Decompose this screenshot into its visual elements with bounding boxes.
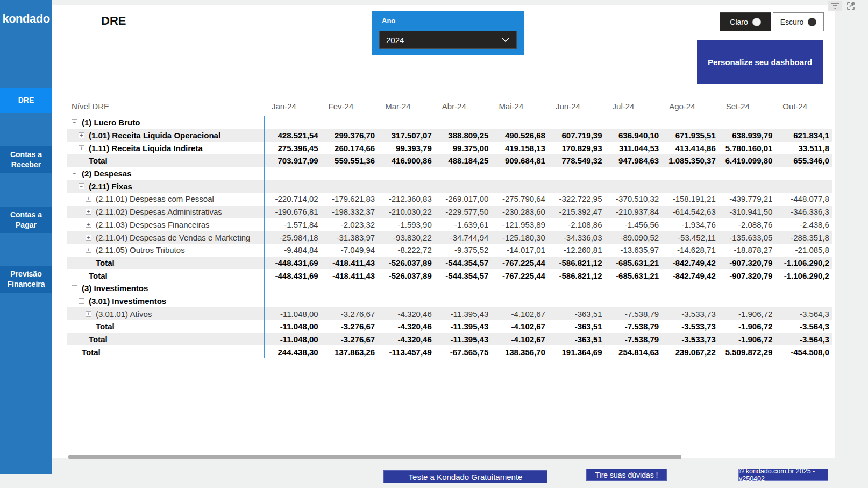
- trial-button[interactable]: Teste a Kondado Gratuitamente: [383, 470, 547, 483]
- slicer-label: Ano: [382, 17, 395, 25]
- cell-value: -3.533,73: [661, 335, 718, 344]
- column-header[interactable]: Jul-24: [605, 102, 662, 111]
- row-label: Total: [89, 156, 108, 165]
- cell-value: -2.088,76: [718, 220, 775, 229]
- expand-icon[interactable]: +: [79, 145, 84, 151]
- column-header[interactable]: Abr-24: [435, 102, 492, 111]
- cell-value: -4.102,67: [491, 322, 548, 331]
- column-header[interactable]: Jun-24: [548, 102, 605, 111]
- cell-value: -135.633,05: [718, 233, 775, 242]
- cell-value: -685.631,21: [605, 271, 662, 280]
- sidebar-item-previsao-financeira[interactable]: Previsão Financeira: [0, 266, 52, 293]
- cell-value: -1.906,72: [718, 335, 775, 344]
- table-row[interactable]: +(2.11.02) Despesas Administrativas-190.…: [67, 206, 832, 218]
- table-row[interactable]: +(2.11.03) Despesas Financeiras-1.571,84…: [67, 218, 832, 231]
- sidebar-item-contas-a-pagar[interactable]: Contas a Pagar: [0, 207, 52, 233]
- row-label: (1.01) Receita Liquida Operacional: [89, 131, 220, 140]
- cell-value: -14.017,01: [491, 245, 548, 254]
- cell-value: -288.351,8: [775, 233, 832, 242]
- cell-value: 33.511,8: [775, 144, 832, 153]
- cell-value: 6.419.099,80: [718, 156, 775, 165]
- table-row[interactable]: +(3.01.01) Ativos-11.048,00-3.276,67-4.3…: [67, 307, 832, 320]
- filter-icon[interactable]: [828, 1, 842, 11]
- focus-mode-icon[interactable]: [845, 1, 857, 11]
- table-row[interactable]: +(1.11) Receita Liquida Indireta275.396,…: [67, 142, 832, 154]
- cell-value: 621.834,1: [775, 131, 832, 140]
- table-row[interactable]: +(2.11.05) Outros Tributos-9.484,84-7.04…: [67, 244, 832, 257]
- sidebar-item-contas-a-receber[interactable]: Contas a Receber: [0, 146, 52, 173]
- year-dropdown[interactable]: 2024: [379, 31, 517, 49]
- cell-value: -93.830,22: [378, 233, 435, 242]
- personalize-dashboard-button[interactable]: Personalize seu dashboard: [697, 40, 823, 84]
- cell-value: 5.509.872,29: [718, 348, 775, 357]
- cell-value: -34.744,94: [435, 233, 492, 242]
- expand-icon[interactable]: +: [79, 132, 84, 138]
- cell-value: -907.320,79: [718, 258, 775, 267]
- cell-value: -3.276,67: [321, 309, 378, 319]
- cell-value: -34.336,03: [548, 233, 605, 242]
- table-row[interactable]: Total-448.431,69-418.411,43-526.037,89-5…: [67, 269, 832, 282]
- row-label: (3) Investimentos: [82, 284, 148, 293]
- table-row[interactable]: Total-448.431,69-418.411,43-526.037,89-5…: [67, 257, 832, 270]
- table-row[interactable]: Total703.917,99559.551,36416.900,86488.1…: [67, 154, 832, 167]
- table-row[interactable]: −(2) Despesas: [67, 167, 832, 180]
- cell-value: -3.533,73: [661, 322, 718, 331]
- expand-icon[interactable]: +: [86, 247, 91, 253]
- cell-value: -190.676,81: [264, 207, 321, 216]
- horizontal-scrollbar[interactable]: [68, 455, 681, 459]
- collapse-icon[interactable]: −: [72, 285, 77, 291]
- cell-value: 388.809,25: [435, 131, 492, 140]
- help-label: Tire suas dúvidas !: [595, 471, 658, 479]
- cell-value: -310.941,50: [718, 207, 775, 216]
- cell-value: -363,51: [548, 335, 605, 344]
- expand-icon[interactable]: +: [86, 235, 91, 241]
- collapse-icon[interactable]: −: [79, 183, 84, 189]
- column-header[interactable]: Fev-24: [321, 102, 378, 111]
- table-row[interactable]: Total-11.048,00-3.276,67-4.320,46-11.395…: [67, 333, 832, 346]
- table-row[interactable]: +(2.11.01) Despesas com Pessoal-220.714,…: [67, 193, 832, 206]
- help-button[interactable]: Tire suas dúvidas !: [586, 469, 667, 481]
- cell-value: -158.191,21: [661, 194, 718, 203]
- page-title: DRE: [101, 14, 126, 28]
- cell-value: -614.542,63: [661, 207, 718, 216]
- expand-icon[interactable]: +: [86, 222, 91, 228]
- table-row[interactable]: −(1) Lucro Bruto: [67, 116, 832, 129]
- cell-value: -1.106.290,2: [775, 271, 832, 280]
- table-row[interactable]: +(2.11.04) Despesas de Vendas e Marketin…: [67, 231, 832, 244]
- expand-icon[interactable]: +: [86, 196, 91, 202]
- cell-value: 559.551,36: [321, 156, 378, 165]
- column-header[interactable]: Mai-24: [491, 102, 548, 111]
- cell-value: 1.085.350,37: [661, 156, 718, 165]
- row-label-cell: +(1.11) Receita Liquida Indireta: [67, 144, 264, 153]
- year-dropdown-value: 2024: [386, 36, 501, 45]
- table-row[interactable]: Total-11.048,00-3.276,67-4.320,46-11.395…: [67, 320, 832, 333]
- collapse-icon[interactable]: −: [72, 119, 77, 125]
- column-header[interactable]: Jan-24: [264, 102, 321, 111]
- expand-icon[interactable]: +: [86, 209, 91, 215]
- table-row[interactable]: −(3) Investimentos: [67, 282, 832, 295]
- column-header[interactable]: Out-24: [775, 102, 832, 111]
- cell-value: -198.332,37: [321, 207, 378, 216]
- cell-value: -3.276,67: [321, 335, 378, 344]
- column-header[interactable]: Mar-24: [378, 102, 435, 111]
- sidebar-item-dre[interactable]: DRE: [0, 88, 52, 113]
- row-label-cell: −(3.01) Investimentos: [67, 296, 264, 306]
- column-header[interactable]: Set-24: [718, 102, 775, 111]
- expand-icon[interactable]: +: [86, 311, 91, 317]
- cell-value: -11.048,00: [264, 335, 321, 344]
- cell-value: -322.722,95: [548, 194, 605, 203]
- table-row[interactable]: Total244.438,30137.863,26-113.457,49-67.…: [67, 345, 832, 358]
- cell-value: -907.320,79: [718, 271, 775, 280]
- column-header[interactable]: Ago-24: [661, 102, 718, 111]
- theme-light-button[interactable]: Claro: [720, 12, 771, 31]
- cell-value: -4.102,67: [491, 335, 548, 344]
- table-row[interactable]: −(3.01) Investimentos: [67, 295, 832, 308]
- theme-dark-button[interactable]: Escuro: [773, 12, 824, 31]
- table-row[interactable]: +(1.01) Receita Liquida Operacional428.5…: [67, 129, 832, 142]
- cell-value: -215.392,47: [548, 207, 605, 216]
- table-row[interactable]: −(2.11) Fixas: [67, 180, 832, 193]
- collapse-icon[interactable]: −: [79, 298, 84, 304]
- row-label-cell: Total: [67, 258, 264, 267]
- row-label-cell: Total: [67, 156, 264, 165]
- collapse-icon[interactable]: −: [72, 171, 77, 176]
